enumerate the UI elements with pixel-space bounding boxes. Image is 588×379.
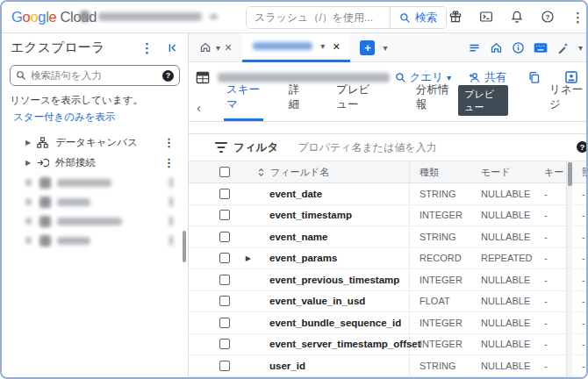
table-row[interactable]: user_id STRING NULLABLE - - [189, 355, 586, 377]
item-menu-icon[interactable]: ⋮ [163, 137, 175, 148]
caret-down-icon[interactable]: ▾ [320, 41, 325, 51]
table-scrollbar-thumb[interactable] [568, 162, 572, 186]
filter-input[interactable] [298, 141, 586, 154]
tab-details[interactable]: 詳細 [286, 82, 308, 121]
schema-panel: フィルタ ? フィールド名 種類 モード キー [189, 133, 586, 376]
table-row[interactable]: ▶ event_params RECORD REPEATED - - [189, 248, 586, 270]
person-add-icon [468, 72, 481, 83]
blurred-project-row[interactable] [2, 231, 188, 250]
gemini-pen-icon[interactable] [556, 41, 570, 54]
copy-icon[interactable] [527, 71, 541, 84]
row-checkbox[interactable] [219, 253, 230, 263]
table-row[interactable]: event_bundle_sequence_id INTEGER NULLABL… [189, 312, 586, 334]
select-all-checkbox[interactable] [219, 167, 230, 177]
bigquery-main-panel: ▾ × ▾ × + ▾ ▾ [189, 33, 586, 376]
field-name: event_date [255, 189, 322, 199]
search-button[interactable]: 検索 [390, 7, 446, 28]
table-row[interactable]: event_previous_timestamp INTEGER NULLABL… [189, 269, 586, 291]
keyboard-shortcuts-icon[interactable] [534, 42, 548, 54]
blurred-project-row[interactable] [2, 192, 188, 211]
table-row[interactable]: event_name STRING NULLABLE - - [189, 226, 586, 248]
tab-insights[interactable]: 分析情報 [413, 82, 452, 121]
share-button[interactable]: 共有 [468, 70, 506, 85]
blurred-project-row[interactable] [2, 211, 188, 231]
field-collation: - [572, 339, 586, 349]
field-name: event_previous_timestamp [255, 275, 399, 285]
info-icon[interactable] [512, 41, 525, 54]
caret-down-icon[interactable]: ▾ [578, 43, 583, 53]
job-history-list-icon[interactable] [468, 41, 481, 54]
column-key[interactable]: キー [534, 166, 566, 179]
field-type: STRING [410, 361, 471, 371]
field-type: STRING [410, 189, 471, 199]
row-checkbox[interactable] [219, 275, 230, 285]
close-icon[interactable]: × [333, 40, 340, 53]
field-key: - [534, 339, 566, 349]
column-field-name[interactable]: フィールド名 [270, 166, 329, 179]
help-icon[interactable]: ? [541, 10, 555, 24]
item-menu-icon[interactable]: ⋮ [163, 157, 175, 168]
row-checkbox[interactable] [219, 189, 230, 199]
resource-search-input[interactable] [31, 70, 158, 81]
expander-icon[interactable]: ▶ [233, 254, 255, 262]
table-row[interactable]: event_date STRING NULLABLE - - [189, 183, 586, 205]
new-tab-button[interactable]: + [360, 40, 375, 55]
tree-item-external-connections[interactable]: ▶ 外部接続 ⋮ [2, 153, 188, 173]
field-type: FLOAT [410, 296, 471, 306]
row-checkbox[interactable] [219, 210, 230, 220]
row-checkbox[interactable] [219, 361, 230, 371]
search-help-icon[interactable]: ? [162, 70, 174, 82]
table-row[interactable]: event_server_timestamp_offset INTEGER NU… [189, 334, 586, 356]
row-checkbox[interactable] [219, 232, 230, 242]
field-key: - [534, 189, 566, 199]
blurred-label [57, 237, 90, 245]
project-selector[interactable] [79, 11, 218, 22]
filter-help-icon[interactable]: ? [577, 141, 588, 153]
schema-filter-row: フィルタ ? [189, 134, 586, 161]
row-checkbox[interactable] [219, 318, 230, 328]
home-tab[interactable]: ▾ × [189, 41, 239, 54]
caret-down-icon[interactable]: ▾ [216, 43, 220, 53]
notifications-bell-icon[interactable] [510, 10, 524, 24]
cloud-shell-icon[interactable] [479, 10, 493, 24]
project-icon [39, 197, 51, 208]
column-collation[interactable]: 照合順序 [572, 166, 586, 179]
table-row[interactable]: event_value_in_usd FLOAT NULLABLE - - [189, 291, 586, 313]
table-icon [196, 71, 210, 84]
explorer-menu-icon[interactable]: ⋮ [140, 41, 154, 54]
close-icon[interactable]: × [225, 41, 232, 54]
expander-icon[interactable]: ▶ [25, 139, 36, 147]
table-scrollbar-track[interactable] [566, 161, 572, 379]
show-starred-only-link[interactable]: スター付きのみを表示 [13, 111, 116, 124]
sidebar-scrollbar[interactable] [183, 231, 186, 262]
gift-icon[interactable] [448, 10, 463, 24]
blurred-project-row[interactable] [2, 173, 188, 192]
row-checkbox[interactable] [219, 296, 230, 306]
sort-icon[interactable] [256, 168, 266, 177]
field-mode: NULLABLE [471, 232, 534, 242]
active-table-tab[interactable]: ▾ × [242, 33, 350, 62]
chevron-left-icon[interactable]: ‹ [197, 100, 201, 115]
tab-lineage[interactable]: リネージ [547, 82, 586, 121]
row-checkbox[interactable] [219, 339, 230, 349]
tree-item-data-canvas[interactable]: ▶ データキャンバス ⋮ [2, 132, 188, 153]
blurred-table-name [218, 73, 390, 82]
topbar-icons: ? ⋮ [448, 10, 584, 24]
table-row[interactable]: event_timestamp INTEGER NULLABLE - - [189, 205, 586, 227]
field-mode: NULLABLE [471, 296, 534, 306]
tab-schema[interactable]: スキーマ [224, 82, 263, 121]
column-type[interactable]: 種類 [410, 166, 471, 179]
expander-icon[interactable]: ▶ [25, 159, 36, 167]
sidebar-title: エクスプローラ [11, 39, 140, 56]
global-search-input[interactable] [247, 7, 390, 28]
field-key: - [534, 253, 566, 263]
column-mode[interactable]: モード [471, 166, 534, 179]
home-icon[interactable] [490, 41, 503, 54]
query-search-icon [395, 72, 406, 83]
tab-preview[interactable]: プレビュー [333, 82, 382, 121]
more-options-icon[interactable]: ⋮ [571, 11, 584, 24]
collapse-panel-icon[interactable] [166, 41, 179, 54]
field-key: - [534, 275, 566, 285]
field-type: STRING [410, 232, 471, 242]
caret-down-icon[interactable]: ▾ [383, 43, 387, 53]
